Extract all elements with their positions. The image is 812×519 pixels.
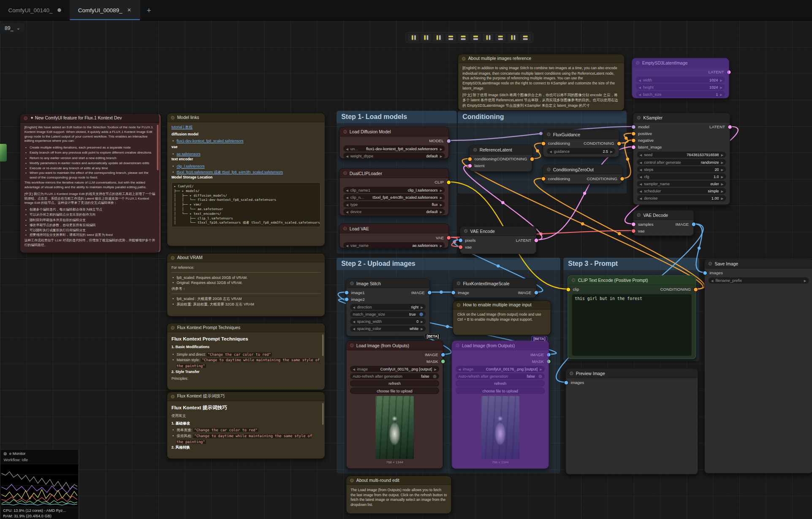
note-about-vram[interactable]: About VRAMFor reference:fp8_scaled: Requ…	[167, 253, 325, 317]
increment-arrow-icon[interactable]: ▶	[721, 189, 724, 193]
output-slot-image[interactable]	[692, 222, 695, 226]
widget-device[interactable]: ◀devicedefault▶	[343, 208, 445, 215]
toolbar-align-top-button[interactable]	[445, 34, 456, 41]
widget-seed[interactable]: ◀seed784381637916598▶	[637, 151, 726, 158]
prompt-textarea[interactable]: this girl but in the forest	[572, 294, 692, 356]
collapse-dot[interactable]	[457, 303, 461, 307]
note-flux-kontext[interactable]: Flux Kontext 提示词技巧Flux Kontext 提示词技巧使用英文…	[167, 392, 325, 459]
output-slot-clip[interactable]	[447, 181, 451, 184]
collapse-dot[interactable]	[462, 57, 466, 60]
decrement-arrow-icon[interactable]: ◀	[640, 182, 642, 186]
node-conditioningzeroout[interactable]: ConditioningZeroOutconditioningCONDITION…	[543, 165, 622, 184]
decrement-arrow-icon[interactable]: ◀	[640, 153, 642, 157]
collapse-dot[interactable]	[457, 281, 461, 285]
note-new-comfyui-feature-for-flux-1-kontext-dev[interactable]: ✦ New ComfyUI feature for Flux.1 Kontext…	[20, 114, 161, 253]
widget-steps[interactable]: ◀steps20▶	[637, 166, 726, 173]
output-slot-latent[interactable]	[727, 70, 731, 74]
input-slot-image2[interactable]	[345, 297, 348, 301]
decrement-arrow-icon[interactable]: ◀	[638, 92, 641, 96]
choose-file-to-upload-button[interactable]: choose file to upload	[456, 388, 545, 394]
new-workflow-button[interactable]: +	[140, 0, 158, 20]
widget-denoise[interactable]: ◀denoise1.00▶	[637, 195, 726, 201]
collapse-dot[interactable]	[570, 372, 573, 376]
collapse-dot[interactable]	[343, 130, 347, 134]
note-link[interactable]: clip_l.safetensors	[177, 165, 204, 168]
toggle-icon[interactable]	[433, 374, 437, 378]
decrement-arrow-icon[interactable]: ◀	[346, 195, 348, 199]
refresh-button[interactable]: refresh	[456, 380, 545, 387]
widget-auto-refresh-after-generation[interactable]: Auto-refresh after generationfalse	[350, 373, 439, 379]
collapse-dot[interactable]	[350, 343, 354, 347]
increment-arrow-icon[interactable]: ▶	[720, 78, 722, 82]
increment-arrow-icon[interactable]: ▶	[720, 92, 722, 96]
decrement-arrow-icon[interactable]: ◀	[353, 319, 355, 323]
increment-arrow-icon[interactable]: ▶	[440, 154, 443, 158]
input-slot-samples[interactable]	[632, 222, 635, 226]
increment-arrow-icon[interactable]: ▶	[721, 160, 724, 164]
collapse-dot[interactable]	[350, 281, 354, 285]
input-slot-clip[interactable]	[566, 288, 570, 292]
increment-arrow-icon[interactable]: ▶	[540, 367, 542, 371]
group-title[interactable]: Step 3 - Prompt	[563, 258, 699, 270]
collapse-dot[interactable]	[709, 262, 712, 266]
node-ksampler[interactable]: KSamplermodelLATENTpositivenegativelaten…	[633, 113, 731, 205]
collapse-dot[interactable]	[171, 395, 175, 398]
widget-spacing-width[interactable]: ◀spacing_width0▶	[350, 318, 426, 324]
widget-image[interactable]: ◀imageComfyUI_00176_.png [output]▶	[456, 366, 545, 372]
input-slot-images[interactable]	[703, 271, 707, 275]
decrement-arrow-icon[interactable]: ◀	[549, 149, 552, 153]
widget-match-image-size[interactable]: match_image_sizetrue	[350, 311, 426, 317]
input-slot-conditioning[interactable]	[541, 177, 545, 181]
input-slot-conditioning[interactable]	[541, 142, 545, 146]
decrement-arrow-icon[interactable]: ◀	[346, 210, 348, 214]
widget-weight-dtype[interactable]: ◀weight_dtypedefault▶	[343, 153, 445, 159]
collapse-dot[interactable]	[171, 116, 175, 119]
node-load-image-from-outputs[interactable]: Load Image (from Outputs)IMAGEMASK◀image…	[451, 341, 549, 469]
note-how-to-enable-multiple-image-input[interactable]: How to enable multiple image inputClick …	[453, 300, 551, 335]
decrement-arrow-icon[interactable]: ◀	[638, 78, 641, 82]
refresh-button[interactable]: refresh	[350, 380, 439, 387]
collapse-dot[interactable]	[343, 227, 347, 230]
node-image-stitch[interactable]: Image Stitchimage1IMAGEimage2◀directionr…	[346, 278, 430, 336]
input-slot-images[interactable]	[564, 381, 568, 385]
widget-cfg[interactable]: ◀cfg1.0▶	[637, 173, 726, 180]
note-link[interactable]: t5xxl_fp16.safetensors 或者 t5xxl_fp8_e4m3…	[177, 170, 283, 174]
collapse-dot[interactable]	[636, 61, 640, 65]
decrement-arrow-icon[interactable]: ◀	[640, 189, 642, 193]
toolbar-align-bottom-button[interactable]	[470, 34, 481, 41]
input-slot-negative[interactable]	[632, 139, 635, 143]
widget-image[interactable]: ◀imageComfyUI_00176_.png [output]▶	[350, 366, 439, 372]
node-referencelatent[interactable]: ReferenceLatentconditioningCONDITIONINGl…	[469, 145, 532, 172]
widget-sampler-name[interactable]: ◀sampler_nameeuler▶	[637, 181, 726, 187]
tab-workflow-1[interactable]: ComfyUI_00140_	[0, 0, 70, 20]
node-clip-text-encode-positive-prompt[interactable]: CLIP Text Encode (Positive Prompt)clipCO…	[568, 275, 696, 359]
toolbar-align-middle-button[interactable]	[458, 34, 469, 41]
note-link[interactable]: ae.safetensors	[177, 152, 200, 156]
toggle-icon[interactable]	[419, 312, 423, 316]
group-title[interactable]: Step 2 - Upload images	[337, 258, 560, 270]
collapse-dot[interactable]	[637, 116, 641, 120]
workflow-name-pill[interactable]: 89_ ⌄	[0, 23, 25, 33]
input-slot-image[interactable]	[451, 291, 455, 295]
output-slot-conditioning[interactable]	[620, 177, 624, 181]
collapse-dot[interactable]	[171, 326, 175, 330]
collapse-dot[interactable]	[572, 278, 576, 282]
increment-arrow-icon[interactable]: ▶	[721, 196, 724, 200]
collapse-dot[interactable]	[637, 213, 641, 217]
toolbar-distribute-horizontal-button[interactable]	[508, 34, 519, 41]
decrement-arrow-icon[interactable]: ◀	[353, 327, 355, 330]
group-title[interactable]: Conditioning	[458, 111, 627, 123]
increment-arrow-icon[interactable]: ▶	[421, 305, 423, 309]
decrement-arrow-icon[interactable]: ◀	[640, 196, 642, 200]
decrement-arrow-icon[interactable]: ◀	[346, 147, 348, 151]
increment-arrow-icon[interactable]: ▶	[610, 149, 613, 153]
increment-arrow-icon[interactable]: ▶	[421, 319, 423, 323]
collapse-dot[interactable]	[171, 256, 175, 260]
widget-height[interactable]: ◀height1024▶	[636, 84, 725, 90]
node-dualcliploader[interactable]: DualCLIPLoaderCLIP◀clip_name1clip_l.safe…	[339, 168, 449, 216]
increment-arrow-icon[interactable]: ▶	[421, 327, 423, 330]
input-slot-latent-image[interactable]	[632, 146, 635, 149]
input-slot-vae[interactable]	[632, 229, 635, 233]
widget-control-after-generate[interactable]: ◀control after generaterandomize▶	[637, 159, 726, 165]
note-about-multiple-images-reference[interactable]: About multiple images reference[English]…	[458, 54, 625, 111]
